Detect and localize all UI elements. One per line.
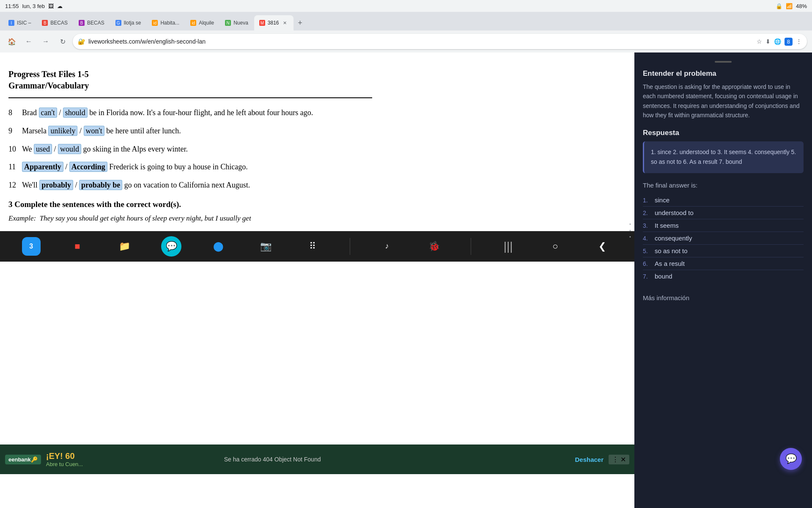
word-probably1[interactable]: probably <box>39 180 73 190</box>
nav-back-chevron[interactable]: ❮ <box>592 236 612 257</box>
nav-triple-lines[interactable]: ||| <box>498 236 518 257</box>
nav-icon-camera[interactable]: 📷 <box>255 236 276 257</box>
word-according[interactable]: According <box>69 162 107 172</box>
answer-item-3: 3. It seems <box>643 219 804 232</box>
dot-handle: ••• <box>626 222 634 239</box>
tab-3816[interactable]: M 3816 ✕ <box>254 15 294 30</box>
ad-text-block: ¡EY! 60 Abre tu Cuen... <box>46 451 219 467</box>
nav-icon-game[interactable]: 🐞 <box>424 236 444 257</box>
answer-text-4: consequently <box>655 235 692 242</box>
respuesta-title: Respuesta <box>643 129 804 137</box>
word-apparently[interactable]: Apparently <box>22 162 63 172</box>
battery: 48% <box>796 3 807 9</box>
ad-close-controls[interactable]: ⋮ ✕ <box>609 455 629 464</box>
tab-label-llotja: llotja se <box>124 20 141 26</box>
extension-badge[interactable]: 8 <box>785 38 793 46</box>
bottom-nav: 3 ■ 📁 💬 ⬤ 📷 ⠿ ♪ 🐞 ||| ○ ❮ <box>0 231 634 262</box>
browser-chrome: I ISIC – B BECAS B BECAS G llotja se id … <box>0 12 812 52</box>
right-panel: Entender el problema The question is ask… <box>634 52 812 508</box>
answer-item-1: 1. since <box>643 194 804 207</box>
ad-banner: eenbank🔑 ¡EY! 60 Abre tu Cuen... Se ha c… <box>0 444 634 474</box>
answer-text-5: so as not to <box>655 247 688 254</box>
nav-icon-folder[interactable]: 📁 <box>114 236 134 257</box>
item-num-8: 8 <box>8 107 22 119</box>
word-probably-be[interactable]: probably be <box>79 180 122 190</box>
exercise-item-8: 8 Brad can't / should be in Florida now.… <box>8 107 372 119</box>
nav-separator2 <box>471 238 471 255</box>
browser-content: Progress Test Files 1-5 Grammar/Vocabula… <box>0 52 634 508</box>
ad-deshacer-button[interactable]: Deshacer <box>575 456 604 463</box>
nav-icon-grid[interactable]: ⠿ <box>302 236 323 257</box>
nav-circle[interactable]: ○ <box>545 236 565 257</box>
tab-favicon-becas2: B <box>79 20 85 26</box>
answer-num-1: 1. <box>643 197 650 204</box>
ad-close-icon[interactable]: ✕ <box>620 456 626 464</box>
word-wont[interactable]: won't <box>84 126 104 136</box>
example-sentence: They say you should get eight hours of s… <box>40 214 251 222</box>
forward-button[interactable]: → <box>39 35 52 48</box>
ad-headline: ¡EY! 60 <box>46 451 219 461</box>
answer-text-3: It seems <box>655 222 679 229</box>
bookmark-icon[interactable]: ☆ <box>757 38 762 45</box>
word-unlikely[interactable]: unlikely <box>48 126 77 136</box>
tab-becas2[interactable]: B BECAS <box>74 15 110 30</box>
word-cant[interactable]: can't <box>39 108 57 118</box>
tab-alquile[interactable]: id Alquile <box>185 15 219 30</box>
tab-favicon-alquile: id <box>190 20 196 26</box>
photo-icon: 🖼 <box>48 3 54 9</box>
new-tab-button[interactable]: + <box>294 17 306 29</box>
tab-label-alquile: Alquile <box>199 20 214 26</box>
panel-drag-handle[interactable] <box>715 61 732 63</box>
nav-icon-chat[interactable]: 💬 <box>161 236 181 257</box>
nav-icon-blue[interactable]: ⬤ <box>208 236 229 257</box>
answer-num-4: 4. <box>643 235 650 242</box>
nav-icon-tiktok[interactable]: ♪ <box>377 236 397 257</box>
answer-list: 1. since 2. understood to 3. It seems 4.… <box>643 194 804 282</box>
chat-float-button[interactable]: 💬 <box>780 448 802 470</box>
ad-options-icon[interactable]: ⋮ <box>612 456 619 464</box>
item-text-8: Brad can't / should be in Florida now. I… <box>22 107 372 119</box>
back-button[interactable]: ← <box>22 35 36 48</box>
tab-favicon-llotja: G <box>115 20 121 26</box>
translate-icon[interactable]: 🌐 <box>774 38 781 45</box>
understand-problem-body: The question is asking for the appropria… <box>643 82 804 120</box>
worksheet: Progress Test Files 1-5 Grammar/Vocabula… <box>0 52 381 231</box>
tab-label-becas1: BECAS <box>50 20 68 26</box>
answer-item-5: 5. so as not to <box>643 245 804 257</box>
tab-isic[interactable]: I ISIC – <box>3 15 36 30</box>
item-text-9: Marsela unlikely / won't be here until a… <box>22 125 372 137</box>
ad-subtext: Abre tu Cuen... <box>46 461 219 467</box>
nav-icon-3[interactable]: 3 <box>22 237 41 256</box>
answer-item-7: 7. bound <box>643 270 804 282</box>
example-label: Example: <box>8 214 38 222</box>
ad-logo-text: eenbank🔑 <box>8 456 38 463</box>
exercise-item-10: 10 We used / would go skiing in the Alps… <box>8 143 372 155</box>
answer-item-2: 2. understood to <box>643 207 804 219</box>
tab-habita[interactable]: id Habita... <box>147 15 184 30</box>
word-used[interactable]: used <box>34 144 52 154</box>
answer-text-2: understood to <box>655 209 694 216</box>
tab-label-nueva: Nueva <box>233 20 248 26</box>
wifi-icon: 📶 <box>786 3 793 9</box>
toolbar: 🏠 ← → ↻ 🔐 liveworksheets.com/w/en/englis… <box>0 30 812 52</box>
word-should[interactable]: should <box>63 108 88 118</box>
nav-separator <box>350 238 350 255</box>
menu-icon[interactable]: ⋮ <box>796 38 802 45</box>
lock-icon: 🔒 <box>776 3 782 9</box>
tab-label-becas2: BECAS <box>87 20 104 26</box>
nav-icon-red[interactable]: ■ <box>67 236 88 257</box>
tab-nueva[interactable]: N Nueva <box>220 15 253 30</box>
reload-button[interactable]: ↻ <box>56 35 69 48</box>
address-bar[interactable]: 🔐 liveworksheets.com/w/en/english-second… <box>73 34 807 49</box>
answer-num-7: 7. <box>643 273 650 280</box>
worksheet-subtitle: Grammar/Vocabulary <box>8 81 372 91</box>
answer-num-2: 2. <box>643 210 650 216</box>
tab-favicon-3816: M <box>259 20 265 26</box>
tab-becas1[interactable]: B BECAS <box>37 15 73 30</box>
home-button[interactable]: 🏠 <box>5 35 19 48</box>
section3-header: 3 Complete the sentences with the correc… <box>8 200 372 209</box>
tab-close-3816[interactable]: ✕ <box>282 19 288 26</box>
tab-llotja[interactable]: G llotja se <box>110 15 146 30</box>
word-would[interactable]: would <box>58 144 81 154</box>
download-icon[interactable]: ⬇ <box>765 38 771 45</box>
